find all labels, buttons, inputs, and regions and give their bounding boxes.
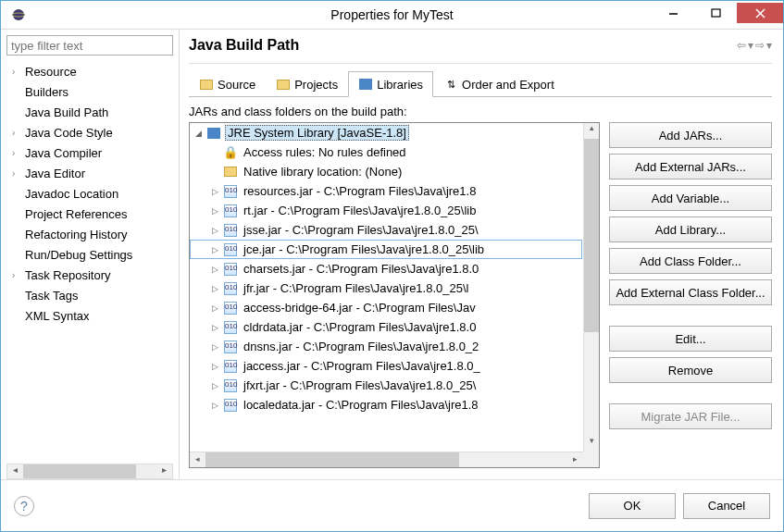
maximize-button[interactable]: [694, 3, 737, 23]
expand-icon[interactable]: ▷: [212, 323, 223, 332]
help-icon[interactable]: ?: [14, 496, 34, 516]
spacer: [609, 389, 772, 398]
jar-row[interactable]: ▷010jfxrt.jar - C:\Program Files\Java\jr…: [190, 376, 599, 395]
expand-icon[interactable]: ▷: [212, 245, 223, 254]
jar-row[interactable]: ▷010jfr.jar - C:\Program Files\Java\jre1…: [190, 278, 599, 298]
jar-row[interactable]: ▷010cldrdata.jar - C:\Program Files\Java…: [190, 317, 599, 337]
scroll-right-icon[interactable]: ▸: [567, 452, 583, 467]
nav-item[interactable]: ›Task Repository: [6, 265, 173, 285]
edit-button[interactable]: Edit...: [609, 326, 772, 352]
expand-icon[interactable]: ›: [12, 148, 25, 158]
nav-item[interactable]: ›Java Compiler: [6, 142, 173, 163]
expand-icon[interactable]: ›: [12, 168, 25, 179]
collapse-icon[interactable]: ◢: [195, 129, 206, 138]
scroll-up-icon[interactable]: ▴: [584, 123, 599, 139]
expand-icon[interactable]: ▷: [212, 226, 223, 235]
filter-input[interactable]: [6, 35, 173, 56]
jar-row[interactable]: ▷010jaccess.jar - C:\Program Files\Java\…: [190, 356, 599, 376]
jar-label: localedata.jar - C:\Program Files\Java\j…: [242, 398, 480, 412]
jar-label: rt.jar - C:\Program Files\Java\jre1.8.0_…: [242, 204, 478, 217]
back-icon[interactable]: ⇦: [737, 39, 746, 52]
jar-row[interactable]: ▷010access-bridge-64.jar - C:\Program Fi…: [190, 298, 599, 317]
close-button[interactable]: [737, 3, 783, 23]
forward-icon[interactable]: ⇨: [755, 39, 765, 52]
nav-item[interactable]: ›XML Syntax: [6, 305, 173, 326]
nav-item[interactable]: ›Refactoring History: [6, 224, 173, 244]
tree-area[interactable]: ◢JRE System Library [JavaSE-1.8] 🔒Access…: [190, 123, 599, 467]
add-variable-button[interactable]: Add Variable...: [609, 185, 772, 211]
nav-item[interactable]: ›Javadoc Location: [6, 183, 173, 204]
nav-item-label: Task Tags: [25, 289, 79, 303]
jar-row[interactable]: ▷010resources.jar - C:\Program Files\Jav…: [190, 181, 599, 201]
jar-icon: 010: [223, 378, 238, 393]
jar-row[interactable]: ▷010rt.jar - C:\Program Files\Java\jre1.…: [190, 201, 599, 220]
expand-icon[interactable]: ›: [12, 67, 25, 77]
scroll-down-icon[interactable]: ▾: [584, 436, 599, 452]
expand-icon[interactable]: ▷: [212, 187, 223, 196]
jar-row[interactable]: ▷010dnsns.jar - C:\Program Files\Java\jr…: [190, 337, 599, 356]
vscroll-thumb[interactable]: [584, 139, 599, 332]
expand-icon[interactable]: ▷: [212, 401, 223, 410]
expand-icon[interactable]: ›: [12, 270, 25, 280]
tree-hscrollbar[interactable]: ◂ ▸: [190, 452, 583, 467]
nav-item-label: Run/Debug Settings: [25, 248, 132, 262]
nav-item[interactable]: ›Java Build Path: [6, 102, 173, 122]
nav-item[interactable]: ›Java Editor: [6, 163, 173, 183]
add-jars-button[interactable]: Add JARs...: [609, 122, 772, 148]
scroll-thumb[interactable]: [23, 464, 136, 478]
jar-row[interactable]: ▷010charsets.jar - C:\Program Files\Java…: [190, 259, 599, 278]
jar-icon: 010: [223, 398, 238, 413]
expand-icon[interactable]: ▷: [212, 284, 223, 293]
tab-source-label: Source: [218, 78, 255, 92]
back-menu-icon[interactable]: ▾: [748, 39, 753, 52]
forward-menu-icon[interactable]: ▾: [766, 39, 772, 52]
tree-native-location[interactable]: Native library location: (None): [190, 162, 599, 181]
nav-item[interactable]: ›Java Code Style: [6, 122, 173, 142]
cancel-button[interactable]: Cancel: [683, 493, 770, 519]
minimize-button[interactable]: [652, 3, 694, 23]
expand-icon[interactable]: ▷: [212, 206, 223, 216]
nav-item[interactable]: ›Task Tags: [6, 285, 173, 305]
scroll-left-icon[interactable]: ◂: [7, 464, 23, 478]
nav-item[interactable]: ›Run/Debug Settings: [6, 244, 173, 265]
tab-order[interactable]: ⇅Order and Export: [433, 71, 565, 97]
tab-source[interactable]: Source: [189, 71, 266, 97]
nav-item[interactable]: ›Builders: [6, 81, 173, 102]
add-library-button[interactable]: Add Library...: [609, 217, 772, 242]
scroll-right-icon[interactable]: ▸: [156, 464, 172, 478]
expand-icon[interactable]: ▷: [212, 265, 223, 274]
hscroll-track[interactable]: [205, 452, 567, 467]
add-class-folder-button[interactable]: Add Class Folder...: [609, 248, 772, 274]
hscroll-thumb[interactable]: [205, 452, 459, 467]
expand-icon[interactable]: ▷: [212, 342, 223, 352]
nav-item[interactable]: ›Resource: [6, 61, 173, 81]
tab-libraries[interactable]: Libraries: [348, 71, 433, 97]
nav-item-label: Javadoc Location: [25, 187, 118, 201]
jar-label: jaccess.jar - C:\Program Files\Java\jre1…: [242, 359, 482, 373]
add-external-class-folder-button[interactable]: Add External Class Folder...: [609, 279, 772, 305]
expand-icon[interactable]: ›: [12, 128, 25, 138]
scroll-track[interactable]: [23, 464, 156, 478]
library-tree[interactable]: ◢JRE System Library [JavaSE-1.8] 🔒Access…: [189, 122, 600, 468]
scroll-left-icon[interactable]: ◂: [190, 452, 205, 467]
expand-icon[interactable]: ▷: [212, 381, 223, 390]
jar-row[interactable]: ▷010jsse.jar - C:\Program Files\Java\jre…: [190, 220, 599, 240]
nav-tree[interactable]: ›Resource›Builders›Java Build Path›Java …: [6, 59, 173, 464]
jar-row[interactable]: ▷010localedata.jar - C:\Program Files\Ja…: [190, 395, 599, 414]
nav-item-label: XML Syntax: [25, 309, 90, 323]
remove-button[interactable]: Remove: [609, 357, 772, 383]
jar-row[interactable]: ▷010jce.jar - C:\Program Files\Java\jre1…: [190, 240, 582, 259]
native-icon: [223, 165, 238, 179]
expand-icon[interactable]: ▷: [212, 362, 223, 371]
tree-access-rules[interactable]: 🔒Access rules: No rules defined: [190, 142, 599, 162]
nav-hscrollbar[interactable]: ◂ ▸: [6, 464, 173, 479]
tree-vscrollbar[interactable]: ▴ ▾: [583, 123, 599, 452]
add-external-jars-button[interactable]: Add External JARs...: [609, 154, 772, 179]
tab-projects[interactable]: Projects: [266, 71, 348, 97]
tree-root[interactable]: ◢JRE System Library [JavaSE-1.8]: [190, 123, 599, 142]
vscroll-track[interactable]: [584, 139, 599, 436]
nav-item[interactable]: ›Project References: [6, 204, 173, 224]
expand-icon[interactable]: ▷: [212, 303, 223, 313]
jar-label: cldrdata.jar - C:\Program Files\Java\jre…: [242, 320, 478, 334]
ok-button[interactable]: OK: [589, 493, 676, 519]
